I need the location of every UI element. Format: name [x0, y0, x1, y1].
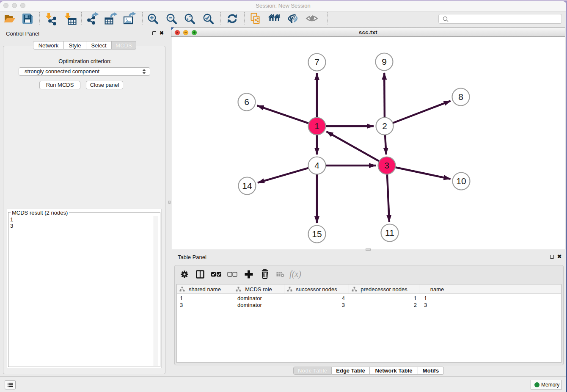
svg-text:2: 2 [382, 121, 387, 131]
svg-text:9: 9 [382, 57, 387, 66]
svg-text:14: 14 [242, 181, 252, 190]
svg-text:1: 1 [314, 121, 319, 131]
svg-text:11: 11 [385, 228, 394, 237]
svg-text:4: 4 [314, 160, 319, 170]
svg-text:f(x): f(x) [289, 269, 301, 279]
svg-text:3: 3 [384, 160, 389, 170]
svg-text:7: 7 [314, 57, 319, 67]
svg-text:8: 8 [458, 92, 463, 102]
svg-text:10: 10 [456, 176, 466, 186]
svg-text:6: 6 [244, 97, 249, 107]
svg-text:15: 15 [312, 229, 322, 239]
